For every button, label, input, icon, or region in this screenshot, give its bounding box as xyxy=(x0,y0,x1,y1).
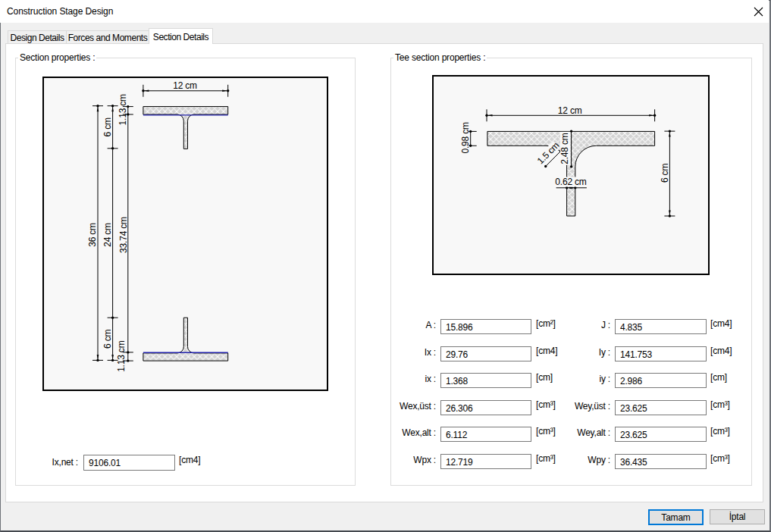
svg-text:36 cm: 36 cm xyxy=(87,223,98,247)
svg-text:1.13 cm: 1.13 cm xyxy=(117,340,127,371)
svg-text:24 cm: 24 cm xyxy=(102,223,113,247)
svg-text:6 cm: 6 cm xyxy=(102,330,113,349)
svg-text:0.98 cm: 0.98 cm xyxy=(460,122,471,153)
svg-text:33.74 cm: 33.74 cm xyxy=(118,217,129,253)
svg-text:12 cm: 12 cm xyxy=(173,80,197,91)
svg-text:2.48 cm: 2.48 cm xyxy=(560,133,571,164)
svg-text:6 cm: 6 cm xyxy=(102,117,113,136)
svg-text:6 cm: 6 cm xyxy=(660,164,670,183)
svg-text:0.62 cm: 0.62 cm xyxy=(555,177,586,187)
svg-text:1.13 cm: 1.13 cm xyxy=(118,94,129,125)
svg-text:12 cm: 12 cm xyxy=(558,105,582,116)
